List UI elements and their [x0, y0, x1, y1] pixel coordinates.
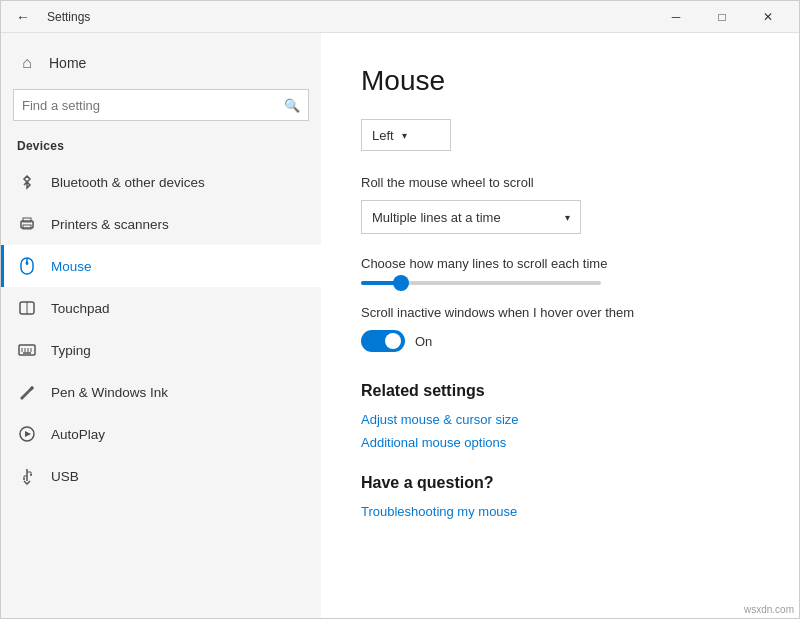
- primary-button-value: Left: [372, 128, 394, 143]
- scroll-dropdown-value: Multiple lines at a time: [372, 210, 501, 225]
- typing-icon: [17, 340, 37, 360]
- pen-icon: [17, 382, 37, 402]
- home-icon: ⌂: [17, 53, 37, 73]
- page-title: Mouse: [361, 65, 759, 97]
- sidebar: ⌂ Home 🔍 Devices Bluetooth & other devic…: [1, 33, 321, 618]
- mouse-label: Mouse: [51, 259, 92, 274]
- main-content: Mouse Left ▾ Roll the mouse wheel to scr…: [321, 33, 799, 618]
- bluetooth-label: Bluetooth & other devices: [51, 175, 205, 190]
- minimize-button[interactable]: ─: [653, 1, 699, 33]
- scroll-dropdown-chevron: ▾: [565, 212, 570, 223]
- toggle-state-label: On: [415, 334, 432, 349]
- autoplay-icon: [17, 424, 37, 444]
- scroll-toggle[interactable]: [361, 330, 405, 352]
- titlebar-controls: ─ □ ✕: [653, 1, 791, 33]
- back-button[interactable]: ←: [9, 3, 37, 31]
- sidebar-section-label: Devices: [1, 135, 321, 161]
- sidebar-item-pen[interactable]: Pen & Windows Ink: [1, 371, 321, 413]
- search-input[interactable]: [22, 98, 278, 113]
- touchpad-label: Touchpad: [51, 301, 110, 316]
- bluetooth-icon: [17, 172, 37, 192]
- back-icon: ←: [16, 9, 30, 25]
- sidebar-item-autoplay[interactable]: AutoPlay: [1, 413, 321, 455]
- sidebar-item-typing[interactable]: Typing: [1, 329, 321, 371]
- sidebar-item-touchpad[interactable]: Touchpad: [1, 287, 321, 329]
- scroll-lines-label: Choose how many lines to scroll each tim…: [361, 256, 759, 271]
- content-area: ⌂ Home 🔍 Devices Bluetooth & other devic…: [1, 33, 799, 618]
- printer-icon: [17, 214, 37, 234]
- slider-thumb[interactable]: [393, 275, 409, 291]
- toggle-knob: [385, 333, 401, 349]
- scroll-lines-slider[interactable]: [361, 281, 601, 285]
- printers-label: Printers & scanners: [51, 217, 169, 232]
- typing-label: Typing: [51, 343, 91, 358]
- home-label: Home: [49, 55, 86, 71]
- sidebar-search-box[interactable]: 🔍: [13, 89, 309, 121]
- autoplay-label: AutoPlay: [51, 427, 105, 442]
- sidebar-item-bluetooth[interactable]: Bluetooth & other devices: [1, 161, 321, 203]
- svg-point-5: [26, 262, 29, 265]
- titlebar-title: Settings: [47, 10, 90, 24]
- chevron-down-icon: ▾: [402, 130, 407, 141]
- close-button[interactable]: ✕: [745, 1, 791, 33]
- adjust-link[interactable]: Adjust mouse & cursor size: [361, 412, 759, 427]
- hover-scroll-label: Scroll inactive windows when I hover ove…: [361, 305, 759, 320]
- sidebar-item-home[interactable]: ⌂ Home: [1, 43, 321, 83]
- scroll-wheel-label: Roll the mouse wheel to scroll: [361, 175, 759, 190]
- question-title: Have a question?: [361, 474, 759, 492]
- titlebar-left: ← Settings: [9, 3, 90, 31]
- titlebar: ← Settings ─ □ ✕: [1, 1, 799, 33]
- scroll-dropdown[interactable]: Multiple lines at a time ▾: [361, 200, 581, 234]
- additional-options-link[interactable]: Additional mouse options: [361, 435, 759, 450]
- sidebar-item-usb[interactable]: USB: [1, 455, 321, 497]
- troubleshoot-link[interactable]: Troubleshooting my mouse: [361, 504, 759, 519]
- usb-icon: [17, 466, 37, 486]
- usb-label: USB: [51, 469, 79, 484]
- related-settings-title: Related settings: [361, 382, 759, 400]
- touchpad-icon: [17, 298, 37, 318]
- maximize-button[interactable]: □: [699, 1, 745, 33]
- primary-button-dropdown[interactable]: Left ▾: [361, 119, 451, 151]
- sidebar-item-mouse[interactable]: Mouse: [1, 245, 321, 287]
- mouse-icon: [17, 256, 37, 276]
- pen-label: Pen & Windows Ink: [51, 385, 168, 400]
- search-icon: 🔍: [284, 98, 300, 113]
- sidebar-item-printers[interactable]: Printers & scanners: [1, 203, 321, 245]
- toggle-row: On: [361, 330, 759, 352]
